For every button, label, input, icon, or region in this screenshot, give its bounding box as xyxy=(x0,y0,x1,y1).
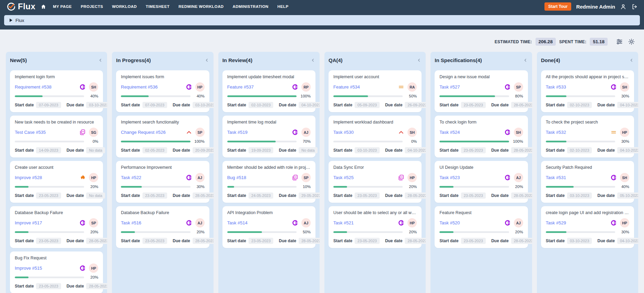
progress-percent: 30% xyxy=(618,230,629,234)
assignee-avatar[interactable]: SP xyxy=(514,82,523,92)
assignee-avatar[interactable]: RA xyxy=(407,82,417,92)
brand-logo[interactable]: Flux xyxy=(6,2,35,11)
start-date-label: Start date xyxy=(333,238,352,243)
assignee-avatar[interactable]: HP xyxy=(620,218,629,227)
issue-link[interactable]: Requirement #538 xyxy=(15,84,51,90)
issue-card[interactable]: Implement user account Feature #534 xyxy=(329,70,422,112)
assignee-avatar[interactable]: HP xyxy=(620,128,629,137)
issue-link[interactable]: Improve #528 xyxy=(15,175,42,180)
user-icon[interactable] xyxy=(620,3,626,10)
issue-card[interactable]: Bug Fix Request Improve #515 xyxy=(10,251,103,293)
nav-item[interactable]: REDMINE WORKLOAD xyxy=(179,4,224,9)
assignee-avatar[interactable]: SH xyxy=(620,82,629,92)
issue-card[interactable]: Implement login form Requirement #538 xyxy=(10,70,103,112)
assignee-avatar[interactable]: HP xyxy=(195,82,205,92)
issue-card[interactable]: Implement issues form Requirement #536 xyxy=(116,70,209,112)
breadcrumb[interactable]: Flux xyxy=(4,15,640,25)
issue-card[interactable]: Performance Improvement Task #522 xyxy=(116,161,209,203)
assignee-avatar[interactable]: HP xyxy=(89,263,98,273)
assignee-avatar[interactable]: SH xyxy=(89,82,98,92)
progress-percent: 0% xyxy=(87,139,98,143)
issue-card[interactable]: To check login form Task #524 xyxy=(435,116,528,157)
issue-card[interactable]: Design a new issue modal Task #527 xyxy=(435,70,528,112)
assignee-avatar[interactable]: AJ xyxy=(514,218,523,227)
issue-link[interactable]: Requirement #536 xyxy=(121,84,158,90)
issue-card[interactable]: Security Patch Required Task #531 xyxy=(541,161,634,203)
logout-icon[interactable] xyxy=(631,3,638,10)
assignee-avatar[interactable]: SP xyxy=(301,173,311,182)
issue-card[interactable]: Database Backup Failure Improve #517 xyxy=(10,206,103,248)
assignee-avatar[interactable]: AJ xyxy=(514,173,523,182)
issue-link[interactable]: Task #520 xyxy=(439,220,460,225)
column-collapse-chevron-icon[interactable] xyxy=(310,58,315,63)
assignee-avatar[interactable]: AJ xyxy=(301,128,311,137)
nav-item[interactable]: HELP xyxy=(277,4,288,9)
column-collapse-chevron-icon[interactable] xyxy=(629,58,634,63)
nav-item[interactable]: WORKLOAD xyxy=(112,4,137,9)
issue-card[interactable]: UI Design Update Task #523 xyxy=(435,161,528,203)
issue-link[interactable]: Task #516 xyxy=(121,220,141,225)
home-icon[interactable] xyxy=(41,4,46,9)
assignee-avatar[interactable]: HP xyxy=(89,173,98,182)
issue-link[interactable]: Task #522 xyxy=(121,175,141,180)
issue-card[interactable]: API Integration Problem Task #514 xyxy=(222,206,315,248)
assignee-avatar[interactable]: SH xyxy=(620,173,629,182)
issue-card[interactable]: Feature Request Task #520 xyxy=(435,206,528,248)
assignee-avatar[interactable]: HP xyxy=(407,218,417,227)
gear-icon[interactable] xyxy=(628,38,635,45)
issue-link[interactable]: Change Request #526 xyxy=(121,130,165,135)
assignee-avatar[interactable]: SH xyxy=(407,128,417,137)
issue-link[interactable]: Task #533 xyxy=(546,84,566,90)
issue-card[interactable]: New task needs to be created in resource… xyxy=(10,116,103,157)
nav-item[interactable]: ADMINISTRATION xyxy=(233,4,268,9)
issue-link[interactable]: Improve #515 xyxy=(15,266,42,271)
issue-link[interactable]: Test Case #535 xyxy=(15,130,46,135)
assignee-avatar[interactable]: AJ xyxy=(195,218,205,227)
nav-item[interactable]: MY PAGE xyxy=(53,4,72,9)
issue-link[interactable]: Task #525 xyxy=(333,175,354,180)
nav-item[interactable]: PROJECTS xyxy=(81,4,103,9)
issue-card[interactable]: Implement time log modal Task #519 xyxy=(222,116,315,157)
issue-link[interactable]: Feature #537 xyxy=(227,84,254,90)
issue-link[interactable]: Task #527 xyxy=(439,84,460,90)
column-collapse-chevron-icon[interactable] xyxy=(204,58,209,63)
issue-card[interactable]: Create user account Improve #528 xyxy=(10,161,103,203)
issue-link[interactable]: Task #532 xyxy=(546,130,566,135)
issue-link[interactable]: Task #514 xyxy=(227,220,248,225)
issue-card[interactable]: User should be able to select any or all… xyxy=(329,206,422,248)
issue-link[interactable]: Improve #517 xyxy=(15,220,42,225)
assignee-avatar[interactable]: RP xyxy=(301,82,311,92)
column-collapse-chevron-icon[interactable] xyxy=(416,58,422,63)
issue-link[interactable]: Task #529 xyxy=(546,220,566,225)
nav-item[interactable]: TIMESHEET xyxy=(146,4,170,9)
issue-card[interactable]: Data Sync Error Task #525 xyxy=(329,161,422,203)
issue-link[interactable]: Task #521 xyxy=(333,220,354,225)
issue-link[interactable]: Task #530 xyxy=(333,130,354,135)
assignee-avatar[interactable]: AJ xyxy=(301,218,311,227)
issue-card[interactable]: Database Backup Failure Task #516 xyxy=(116,206,209,248)
start-tour-button[interactable]: Start Tour xyxy=(544,2,571,11)
assignee-avatar[interactable]: AJ xyxy=(195,173,205,182)
issue-card[interactable]: create login page UI and add registratio… xyxy=(541,206,634,248)
assignee-avatar[interactable]: SP xyxy=(89,218,98,227)
issue-card[interactable]: To check the project search Task #532 xyxy=(541,116,634,157)
issue-link[interactable]: Feature #534 xyxy=(333,84,360,90)
issue-link[interactable]: Task #524 xyxy=(439,130,460,135)
issue-card[interactable]: Member should be added with role in proj… xyxy=(222,161,315,203)
column-collapse-chevron-icon[interactable] xyxy=(98,58,103,63)
assignee-avatar[interactable]: SG xyxy=(89,128,98,137)
issue-card[interactable]: Implement update timesheet modal Feature… xyxy=(222,70,315,112)
issue-card[interactable]: Implement workload dashboard Task #530 xyxy=(329,116,422,157)
filter-sliders-icon[interactable] xyxy=(616,38,623,45)
issue-link[interactable]: Task #523 xyxy=(439,175,460,180)
assignee-avatar[interactable]: SH xyxy=(514,128,523,137)
assignee-avatar[interactable]: SP xyxy=(195,128,205,137)
issue-card[interactable]: Implement search functionality Change Re… xyxy=(116,116,209,157)
assignee-avatar[interactable]: HP xyxy=(407,173,417,182)
column-collapse-chevron-icon[interactable] xyxy=(523,58,528,63)
user-name[interactable]: Redmine Admin xyxy=(576,4,615,10)
issue-link[interactable]: Bug #518 xyxy=(227,175,246,180)
issue-link[interactable]: Task #519 xyxy=(227,130,248,135)
issue-card[interactable]: All the projects should appear in projec… xyxy=(541,70,634,112)
issue-link[interactable]: Task #531 xyxy=(546,175,566,180)
